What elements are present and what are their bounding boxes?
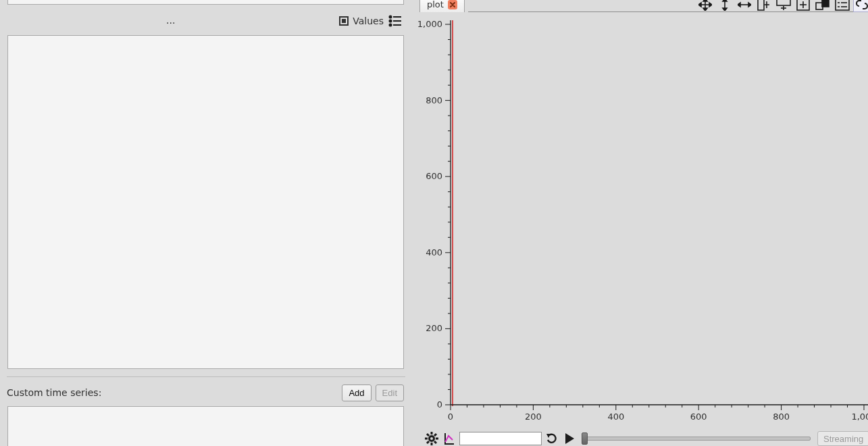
svg-line-109 xyxy=(427,441,429,443)
list-settings-icon[interactable] xyxy=(388,15,403,27)
time-slider-thumb[interactable] xyxy=(582,432,588,445)
svg-text:800: 800 xyxy=(773,412,790,422)
svg-point-4 xyxy=(390,24,392,26)
section-divider xyxy=(7,376,405,377)
add-button[interactable]: Add xyxy=(342,385,371,401)
svg-line-107 xyxy=(434,441,436,443)
time-slider[interactable] xyxy=(582,437,811,441)
svg-point-2 xyxy=(390,20,392,22)
svg-text:0: 0 xyxy=(437,399,442,410)
status-bar: Streaming xyxy=(415,431,868,446)
svg-marker-111 xyxy=(565,433,574,444)
svg-text:1,000: 1,000 xyxy=(417,19,442,29)
svg-marker-110 xyxy=(546,434,551,438)
chart-axis-icon[interactable] xyxy=(442,431,457,446)
svg-point-101 xyxy=(430,437,434,441)
svg-text:400: 400 xyxy=(607,412,624,422)
streaming-button[interactable]: Streaming xyxy=(817,431,868,446)
upper-list-box[interactable] xyxy=(7,0,404,5)
svg-text:200: 200 xyxy=(525,412,542,422)
right-panel: plot xyxy=(415,0,868,446)
svg-text:1,000: 1,000 xyxy=(851,412,868,422)
svg-line-108 xyxy=(434,434,436,436)
svg-text:800: 800 xyxy=(426,95,442,105)
svg-text:0: 0 xyxy=(448,412,453,422)
svg-text:400: 400 xyxy=(426,247,442,257)
time-input[interactable] xyxy=(459,432,542,445)
svg-text:200: 200 xyxy=(426,323,442,333)
chart-canvas[interactable]: 02004006008001,00002004006008001,000 xyxy=(415,0,868,446)
gear-icon[interactable] xyxy=(424,431,439,446)
custom-time-series-label: Custom time series: xyxy=(7,387,338,398)
svg-text:600: 600 xyxy=(426,171,442,181)
middle-list-box[interactable] xyxy=(7,35,404,369)
custom-series-list-box[interactable] xyxy=(7,406,404,446)
left-panel: ... Values Custom time series: Add Edit xyxy=(0,0,411,446)
values-label: Values xyxy=(353,16,384,26)
svg-point-0 xyxy=(390,16,392,18)
ellipsis-label: ... xyxy=(166,15,175,26)
refresh-icon[interactable] xyxy=(544,431,559,446)
values-checkbox-icon[interactable] xyxy=(339,16,349,26)
svg-text:600: 600 xyxy=(690,412,707,422)
play-icon[interactable] xyxy=(562,431,577,446)
edit-button: Edit xyxy=(376,385,404,401)
svg-line-106 xyxy=(427,434,429,436)
